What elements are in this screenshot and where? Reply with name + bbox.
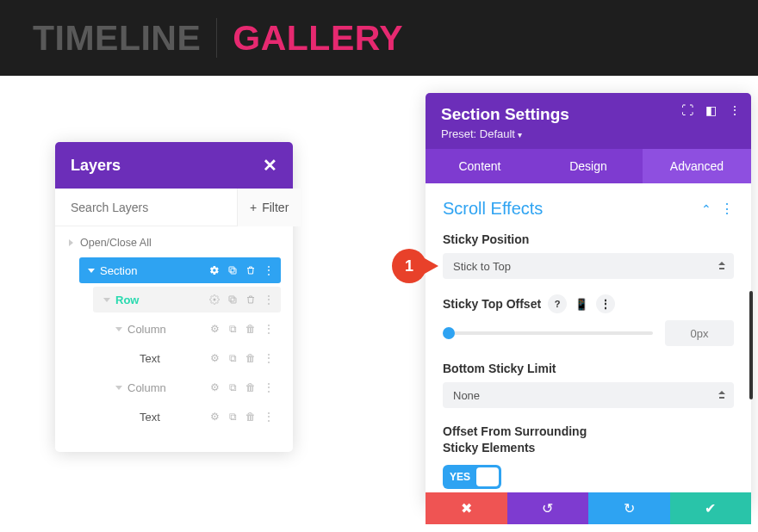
caret-down-icon (115, 386, 122, 390)
filter-label: Filter (262, 201, 289, 214)
more-icon[interactable]: ⋮ (729, 103, 741, 117)
layer-column[interactable]: Column ⚙ ⧉ 🗑 ⋮ (105, 374, 281, 400)
caret-right-icon (69, 239, 73, 246)
gear-icon[interactable]: ⚙ (209, 382, 220, 393)
layer-label: Text (140, 352, 209, 365)
more-icon[interactable]: ⋮ (720, 201, 734, 217)
settings-tabs: Content Design Advanced (426, 149, 751, 183)
more-icon[interactable]: ⋮ (264, 324, 274, 334)
layer-column[interactable]: Column ⚙ ⧉ 🗑 ⋮ (105, 316, 281, 342)
layer-actions: ⋮ (209, 294, 281, 305)
badge-number: 1 (405, 257, 413, 275)
sticky-position-value: Stick to Top (453, 260, 511, 273)
offset-surrounding-label: Offset From Surrounding Sticky Elements (443, 424, 734, 456)
open-close-all[interactable]: Open/Close All (67, 237, 281, 249)
mobile-icon[interactable]: 📱 (572, 294, 591, 313)
svg-point-2 (214, 299, 216, 301)
svg-rect-0 (231, 269, 236, 274)
duplicate-icon[interactable] (227, 294, 238, 305)
settings-body: Scroll Effects ⌃ ⋮ Sticky Position Stick… (426, 183, 751, 506)
svg-rect-3 (231, 298, 236, 303)
offset-label-line1: Offset From Surrounding (443, 424, 587, 438)
redo-button[interactable]: ↻ (588, 492, 670, 524)
svg-rect-4 (229, 296, 234, 301)
layer-label: Text (140, 411, 209, 424)
gear-icon[interactable]: ⚙ (209, 411, 220, 422)
top-tabs: TIMELINE GALLERY (0, 0, 758, 76)
help-icon[interactable]: ? (548, 294, 567, 313)
caret-down-icon (103, 298, 110, 302)
trash-icon[interactable]: 🗑 (245, 411, 256, 422)
tab-gallery[interactable]: GALLERY (233, 18, 403, 59)
layer-row[interactable]: Row ⋮ (93, 287, 281, 312)
trash-icon[interactable] (245, 265, 256, 275)
trash-icon[interactable]: 🗑 (245, 353, 256, 363)
layer-label: Column (127, 323, 209, 336)
layer-text[interactable]: Text ⚙ ⧉ 🗑 ⋮ (117, 345, 281, 371)
sticky-top-offset-label: Sticky Top Offset ? 📱 ⋮ (443, 294, 734, 313)
duplicate-icon[interactable]: ⧉ (227, 382, 238, 393)
tab-content[interactable]: Content (426, 149, 534, 183)
layers-toolbar: + Filter (55, 189, 293, 226)
layer-actions: ⋮ (209, 265, 281, 275)
bottom-sticky-limit-select[interactable]: None (443, 382, 734, 408)
tab-timeline[interactable]: TIMELINE (33, 18, 201, 59)
layer-text[interactable]: Text ⚙ ⧉ 🗑 ⋮ (117, 404, 281, 430)
trash-icon[interactable]: 🗑 (245, 324, 256, 334)
close-icon[interactable]: ✕ (263, 155, 277, 176)
save-button[interactable]: ✔ (670, 492, 752, 524)
columns-icon[interactable]: ◧ (705, 103, 717, 117)
more-icon[interactable]: ⋮ (596, 294, 615, 313)
undo-button[interactable]: ↺ (507, 492, 589, 524)
settings-header: Section Settings Preset: Default ⛶ ◧ ⋮ (426, 93, 751, 149)
offset-surrounding-toggle[interactable]: YES (443, 465, 501, 489)
sticky-offset-value[interactable]: 0px (665, 320, 734, 346)
layers-title: Layers (71, 157, 263, 175)
more-icon[interactable]: ⋮ (264, 294, 274, 305)
trash-icon[interactable] (245, 294, 256, 305)
preset-dropdown[interactable]: Preset: Default (441, 127, 736, 140)
scroll-effects-header[interactable]: Scroll Effects ⌃ ⋮ (443, 199, 734, 219)
layer-actions: ⚙ ⧉ 🗑 ⋮ (209, 382, 281, 393)
bottom-sticky-limit-label: Bottom Sticky Limit (443, 362, 734, 375)
tab-advanced[interactable]: Advanced (643, 149, 751, 183)
more-icon[interactable]: ⋮ (264, 382, 274, 393)
caret-down-icon (115, 327, 122, 331)
layers-header: Layers ✕ (55, 142, 293, 189)
trash-icon[interactable]: 🗑 (245, 382, 256, 393)
sticky-offset-slider[interactable] (443, 331, 653, 335)
more-icon[interactable]: ⋮ (264, 353, 274, 363)
layers-tree: Open/Close All Section ⋮ Row ⋮ (55, 226, 293, 452)
layer-actions: ⚙ ⧉ 🗑 ⋮ (209, 324, 281, 334)
layer-actions: ⚙ ⧉ 🗑 ⋮ (209, 353, 281, 363)
layer-label: Section (100, 264, 209, 277)
label-icons: ? 📱 ⋮ (548, 294, 615, 313)
scrollbar[interactable] (749, 291, 753, 399)
chevron-up-icon[interactable]: ⌃ (701, 202, 711, 216)
delete-button[interactable]: ✖ (426, 492, 507, 524)
layer-section[interactable]: Section ⋮ (79, 257, 281, 283)
duplicate-icon[interactable] (227, 265, 238, 275)
sticky-top-offset-text: Sticky Top Offset (443, 297, 541, 311)
offset-label-line2: Sticky Elements (443, 441, 535, 455)
more-icon[interactable]: ⋮ (264, 265, 274, 275)
sticky-offset-slider-row: 0px (443, 320, 734, 346)
gear-icon[interactable]: ⚙ (209, 353, 220, 363)
slider-thumb[interactable] (443, 327, 455, 339)
sticky-position-select[interactable]: Stick to Top (443, 253, 734, 279)
tab-design[interactable]: Design (534, 149, 643, 183)
duplicate-icon[interactable]: ⧉ (227, 411, 238, 422)
more-icon[interactable]: ⋮ (264, 411, 274, 422)
filter-button[interactable]: + Filter (237, 189, 301, 226)
gear-icon[interactable]: ⚙ (209, 324, 220, 334)
search-input[interactable] (55, 201, 237, 214)
scroll-effects-title: Scroll Effects (443, 199, 701, 219)
duplicate-icon[interactable]: ⧉ (227, 324, 238, 334)
expand-icon[interactable]: ⛶ (681, 103, 693, 117)
sticky-position-label: Sticky Position (443, 232, 734, 246)
gear-icon[interactable] (209, 265, 220, 275)
duplicate-icon[interactable]: ⧉ (227, 353, 238, 363)
gear-icon[interactable] (209, 294, 220, 305)
toggle-label: YES (443, 471, 470, 483)
plus-icon: + (250, 201, 257, 214)
